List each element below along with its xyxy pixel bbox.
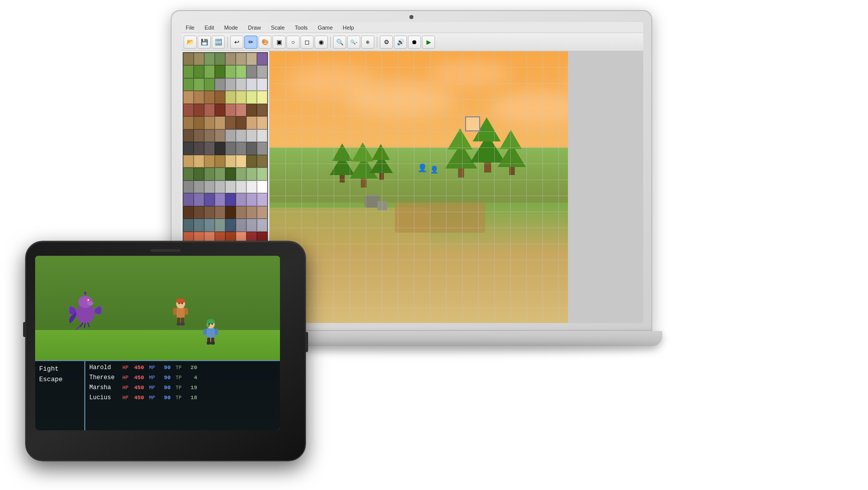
tile[interactable] (194, 78, 204, 91)
tile[interactable] (204, 193, 215, 206)
tile[interactable] (236, 65, 246, 78)
tb-settings[interactable]: ⚙ (380, 36, 393, 49)
tile[interactable] (257, 168, 267, 180)
tile[interactable] (257, 129, 267, 142)
tile[interactable] (215, 129, 225, 142)
tile[interactable] (246, 78, 257, 91)
tile[interactable] (257, 91, 267, 103)
tile[interactable] (246, 193, 257, 206)
tb-zoom-reset[interactable]: ⊕ (361, 36, 374, 49)
tile[interactable] (215, 65, 225, 78)
tile[interactable] (246, 206, 257, 219)
tile[interactable] (225, 206, 236, 219)
menu-scale[interactable]: Scale (269, 24, 287, 32)
tile[interactable] (257, 53, 267, 65)
tile[interactable] (194, 129, 204, 142)
cmd-fight[interactable]: Fight (39, 365, 80, 373)
tile[interactable] (194, 53, 204, 65)
tile[interactable] (246, 129, 257, 142)
tile[interactable] (246, 155, 257, 168)
tb-undo[interactable]: ↩ (230, 36, 243, 49)
tile[interactable] (204, 104, 215, 116)
tile[interactable] (225, 142, 236, 154)
tile[interactable] (204, 219, 215, 231)
tile[interactable] (215, 168, 225, 180)
cmd-escape[interactable]: Escape (39, 376, 80, 383)
tb-shadow[interactable]: ◉ (315, 36, 328, 49)
tile[interactable] (215, 53, 225, 65)
menu-file[interactable]: File (184, 24, 197, 32)
tile[interactable] (236, 206, 246, 219)
tile[interactable] (183, 116, 194, 129)
tile[interactable] (246, 91, 257, 103)
tile[interactable] (246, 181, 257, 193)
tile[interactable] (215, 116, 225, 129)
tile[interactable] (215, 155, 225, 168)
tile[interactable] (225, 104, 236, 116)
phone-button-left[interactable] (23, 322, 26, 337)
tile[interactable] (257, 181, 267, 193)
tile[interactable] (246, 168, 257, 180)
tile[interactable] (215, 181, 225, 193)
tile[interactable] (194, 116, 204, 129)
tile[interactable] (225, 129, 236, 142)
tile[interactable] (183, 78, 194, 91)
tile[interactable] (236, 181, 246, 193)
tile[interactable] (225, 53, 236, 65)
tile[interactable] (194, 168, 204, 180)
tile[interactable] (204, 53, 215, 65)
tile[interactable] (236, 53, 246, 65)
tile[interactable] (225, 193, 236, 206)
tile[interactable] (257, 155, 267, 168)
tile[interactable] (257, 65, 267, 78)
tile[interactable] (246, 116, 257, 129)
menu-tools[interactable]: Tools (293, 24, 310, 32)
tile[interactable] (225, 168, 236, 180)
tile[interactable] (194, 65, 204, 78)
tile[interactable] (204, 168, 215, 180)
tile[interactable] (194, 142, 204, 154)
tb-record[interactable]: ⏺ (408, 36, 421, 49)
tile[interactable] (194, 219, 204, 231)
tile[interactable] (204, 65, 215, 78)
tb-zoom-out[interactable]: 🔍- (347, 36, 360, 49)
tile[interactable] (215, 91, 225, 103)
tile[interactable] (236, 193, 246, 206)
tile[interactable] (225, 181, 236, 193)
tile[interactable] (257, 104, 267, 116)
tile[interactable] (183, 206, 194, 219)
tile[interactable] (225, 78, 236, 91)
tile[interactable] (225, 219, 236, 231)
tileset-grid[interactable] (183, 52, 268, 270)
tile[interactable] (183, 142, 194, 154)
tile[interactable] (194, 91, 204, 103)
tile[interactable] (257, 142, 267, 154)
tile[interactable] (257, 219, 267, 231)
tile[interactable] (257, 206, 267, 219)
tile[interactable] (183, 91, 194, 103)
tile[interactable] (194, 206, 204, 219)
tile[interactable] (204, 206, 215, 219)
tile[interactable] (204, 181, 215, 193)
tile[interactable] (246, 104, 257, 116)
tile[interactable] (194, 155, 204, 168)
tile[interactable] (257, 78, 267, 91)
tile[interactable] (225, 91, 236, 103)
map-canvas[interactable]: 👤 👤 (269, 51, 643, 323)
tile[interactable] (183, 219, 194, 231)
tile[interactable] (215, 142, 225, 154)
tile[interactable] (204, 155, 215, 168)
tb-circle[interactable]: ○ (286, 36, 300, 49)
tile[interactable] (236, 116, 246, 129)
tile[interactable] (236, 78, 246, 91)
tile[interactable] (183, 129, 194, 142)
tile[interactable] (204, 91, 215, 103)
tb-erase[interactable]: ◻ (301, 36, 314, 49)
tile[interactable] (225, 155, 236, 168)
tb-open[interactable]: 📂 (184, 36, 197, 49)
tile[interactable] (236, 104, 246, 116)
tile[interactable] (215, 219, 225, 231)
menu-help[interactable]: Help (341, 24, 356, 32)
tile[interactable] (204, 142, 215, 154)
tb-pencil[interactable]: ✏ (244, 36, 257, 49)
